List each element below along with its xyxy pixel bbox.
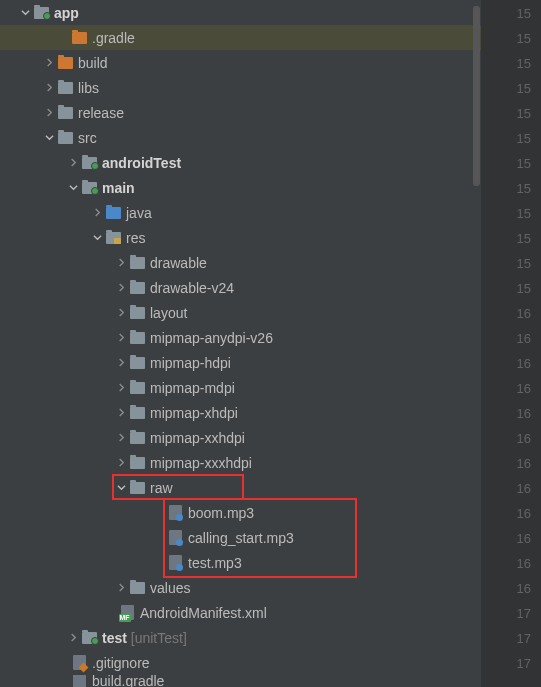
tree-item-libs[interactable]: libs	[0, 75, 481, 100]
tree-label: main	[102, 180, 135, 196]
chevron-down-icon[interactable]	[18, 8, 32, 17]
tree-label: mipmap-xxxhdpi	[150, 455, 252, 471]
chevron-down-icon[interactable]	[90, 233, 104, 242]
chevron-right-icon[interactable]	[114, 358, 128, 367]
chevron-right-icon[interactable]	[66, 158, 80, 167]
tree-item-build-gradle[interactable]: build.gradle	[0, 675, 481, 687]
tree-item-mipmap-xxhdpi[interactable]: mipmap-xxhdpi	[0, 425, 481, 450]
tree-label: androidTest	[102, 155, 181, 171]
gutter-line-number: 15	[517, 6, 531, 21]
tree-item-mipmap-mdpi[interactable]: mipmap-mdpi	[0, 375, 481, 400]
gutter-line-number: 17	[517, 631, 531, 646]
tree-label: mipmap-xxhdpi	[150, 430, 245, 446]
tree-item-boom[interactable]: boom.mp3	[0, 500, 481, 525]
gutter-line-number: 16	[517, 506, 531, 521]
chevron-right-icon[interactable]	[114, 333, 128, 342]
gutter: 1515151515151515151515151616161616161616…	[481, 0, 541, 687]
tree-label: .gitignore	[92, 655, 150, 671]
gutter-line-number: 15	[517, 56, 531, 71]
chevron-right-icon[interactable]	[66, 633, 80, 642]
tree-label: AndroidManifest.xml	[140, 605, 267, 621]
folder-icon	[56, 82, 74, 94]
tree-item-test[interactable]: test [unitTest]	[0, 625, 481, 650]
tree-item-manifest[interactable]: AndroidManifest.xml	[0, 600, 481, 625]
tree-item-calling-start[interactable]: calling_start.mp3	[0, 525, 481, 550]
chevron-right-icon[interactable]	[42, 108, 56, 117]
tree-item-res[interactable]: res	[0, 225, 481, 250]
project-tree[interactable]: app .gradle build libs relea	[0, 0, 481, 687]
tree-label: calling_start.mp3	[188, 530, 294, 546]
chevron-right-icon[interactable]	[114, 383, 128, 392]
chevron-right-icon[interactable]	[114, 408, 128, 417]
gutter-line-number: 16	[517, 381, 531, 396]
tree-item-main[interactable]: main	[0, 175, 481, 200]
tree-item-values[interactable]: values	[0, 575, 481, 600]
gutter-line-number: 16	[517, 406, 531, 421]
folder-icon	[128, 332, 146, 344]
gutter-line-number: 15	[517, 181, 531, 196]
gutter-line-number: 16	[517, 431, 531, 446]
folder-icon	[80, 157, 98, 169]
folder-icon	[56, 132, 74, 144]
chevron-right-icon[interactable]	[114, 258, 128, 267]
gutter-line-number: 16	[517, 356, 531, 371]
tree-item-mipmap-xhdpi[interactable]: mipmap-xhdpi	[0, 400, 481, 425]
gutter-line-number: 15	[517, 131, 531, 146]
tree-item-androidtest[interactable]: androidTest	[0, 150, 481, 175]
audio-file-icon	[166, 555, 184, 570]
audio-file-icon	[166, 505, 184, 520]
tree-label: values	[150, 580, 190, 596]
tree-label: libs	[78, 80, 99, 96]
gutter-line-number: 15	[517, 31, 531, 46]
tree-label: mipmap-mdpi	[150, 380, 235, 396]
folder-icon	[70, 32, 88, 44]
chevron-right-icon[interactable]	[114, 308, 128, 317]
gutter-line-number: 16	[517, 456, 531, 471]
tree-item-mipmap-hdpi[interactable]: mipmap-hdpi	[0, 350, 481, 375]
gutter-line-number: 16	[517, 331, 531, 346]
tree-item-drawable[interactable]: drawable	[0, 250, 481, 275]
tree-item-java[interactable]: java	[0, 200, 481, 225]
tree-item-drawable-v24[interactable]: drawable-v24	[0, 275, 481, 300]
tree-item-gitignore[interactable]: .gitignore	[0, 650, 481, 675]
chevron-right-icon[interactable]	[42, 58, 56, 67]
folder-icon	[128, 307, 146, 319]
chevron-right-icon[interactable]	[114, 283, 128, 292]
chevron-down-icon[interactable]	[66, 183, 80, 192]
tree-item-raw[interactable]: raw	[0, 475, 481, 500]
tree-item-mipmap-anydpi[interactable]: mipmap-anydpi-v26	[0, 325, 481, 350]
gutter-line-number: 15	[517, 206, 531, 221]
folder-icon	[128, 582, 146, 594]
tree-item-app[interactable]: app	[0, 0, 481, 25]
tree-item-mipmap-xxxhdpi[interactable]: mipmap-xxxhdpi	[0, 450, 481, 475]
chevron-right-icon[interactable]	[114, 433, 128, 442]
tree-label: layout	[150, 305, 187, 321]
scrollbar-thumb[interactable]	[473, 6, 480, 186]
tree-label: mipmap-xhdpi	[150, 405, 238, 421]
tree-item-src[interactable]: src	[0, 125, 481, 150]
ide-root: app .gradle build libs relea	[0, 0, 541, 687]
tree-label: app	[54, 5, 79, 21]
folder-icon	[56, 57, 74, 69]
tree-item-gradle[interactable]: .gradle	[0, 25, 481, 50]
res-folder-icon	[104, 232, 122, 244]
chevron-right-icon[interactable]	[90, 208, 104, 217]
chevron-right-icon[interactable]	[42, 83, 56, 92]
chevron-down-icon[interactable]	[42, 133, 56, 142]
tree-label: drawable-v24	[150, 280, 234, 296]
tree-item-build[interactable]: build	[0, 50, 481, 75]
chevron-down-icon[interactable]	[114, 483, 128, 492]
tree-item-release[interactable]: release	[0, 100, 481, 125]
chevron-right-icon[interactable]	[114, 458, 128, 467]
tree-label: drawable	[150, 255, 207, 271]
folder-icon	[128, 257, 146, 269]
tree-item-layout[interactable]: layout	[0, 300, 481, 325]
folder-icon	[56, 107, 74, 119]
tree-item-test-mp3[interactable]: test.mp3	[0, 550, 481, 575]
gutter-line-number: 15	[517, 81, 531, 96]
tree-label: test.mp3	[188, 555, 242, 571]
folder-icon	[128, 407, 146, 419]
gutter-line-number: 16	[517, 556, 531, 571]
tree-label: res	[126, 230, 145, 246]
chevron-right-icon[interactable]	[114, 583, 128, 592]
